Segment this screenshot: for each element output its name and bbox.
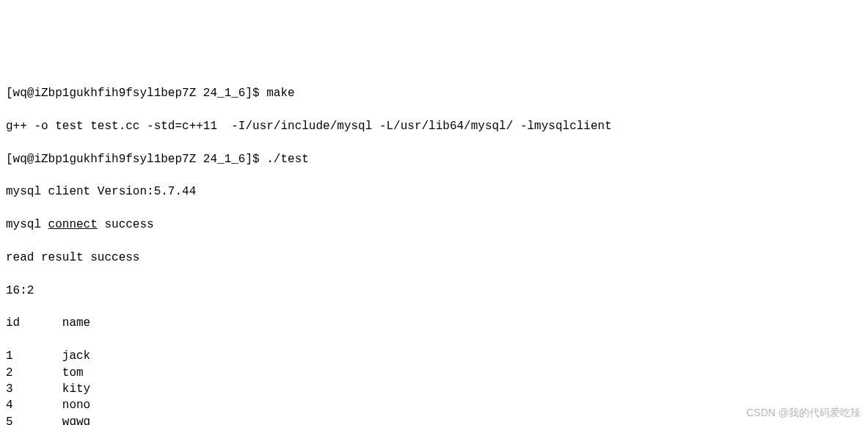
cell-id: 3: [6, 381, 62, 397]
table-row: 1jack: [6, 348, 862, 364]
cell-id: 2: [6, 365, 62, 381]
table-body: 1jack2tom3kity4nono5wqwq6sasa7wqq8newsue…: [6, 348, 862, 425]
dimensions-output: 16:2: [6, 283, 862, 299]
header-name: name: [62, 315, 90, 331]
table-header: idname: [6, 315, 862, 331]
header-id: id: [6, 315, 62, 331]
cell-id: 1: [6, 348, 62, 364]
shell-prompt: [wq@iZbp1gukhfih9fsyl1bep7Z 24_1_6]$: [6, 153, 266, 166]
cell-id: 5: [6, 414, 62, 425]
cell-name: wqwq: [62, 414, 90, 425]
connect-word: connect: [48, 218, 98, 231]
table-row: 4nono: [6, 397, 862, 413]
connect-output: mysql connect success: [6, 217, 862, 233]
command-text: ./test: [266, 153, 309, 166]
table-row: 2tom: [6, 365, 862, 381]
cell-name: tom: [62, 365, 84, 381]
prompt-line-2: [wq@iZbp1gukhfih9fsyl1bep7Z 24_1_6]$ ./t…: [6, 151, 862, 167]
cell-id: 4: [6, 397, 62, 413]
watermark: CSDN @我的代码爱吃辣: [746, 406, 861, 421]
shell-prompt: [wq@iZbp1gukhfih9fsyl1bep7Z 24_1_6]$: [6, 87, 266, 100]
command-text: make: [266, 87, 294, 100]
cell-name: jack: [62, 348, 90, 364]
cell-name: nono: [62, 397, 90, 413]
read-output: read result success: [6, 250, 862, 266]
compile-output: g++ -o test test.cc -std=c++11 -I/usr/in…: [6, 118, 862, 134]
table-row: 3kity: [6, 381, 862, 397]
terminal-output: [wq@iZbp1gukhfih9fsyl1bep7Z 24_1_6]$ mak…: [6, 69, 862, 425]
table-row: 5wqwq: [6, 414, 862, 425]
version-output: mysql client Version:5.7.44: [6, 184, 862, 200]
cell-name: kity: [62, 381, 90, 397]
prompt-line-1: [wq@iZbp1gukhfih9fsyl1bep7Z 24_1_6]$ mak…: [6, 85, 862, 101]
